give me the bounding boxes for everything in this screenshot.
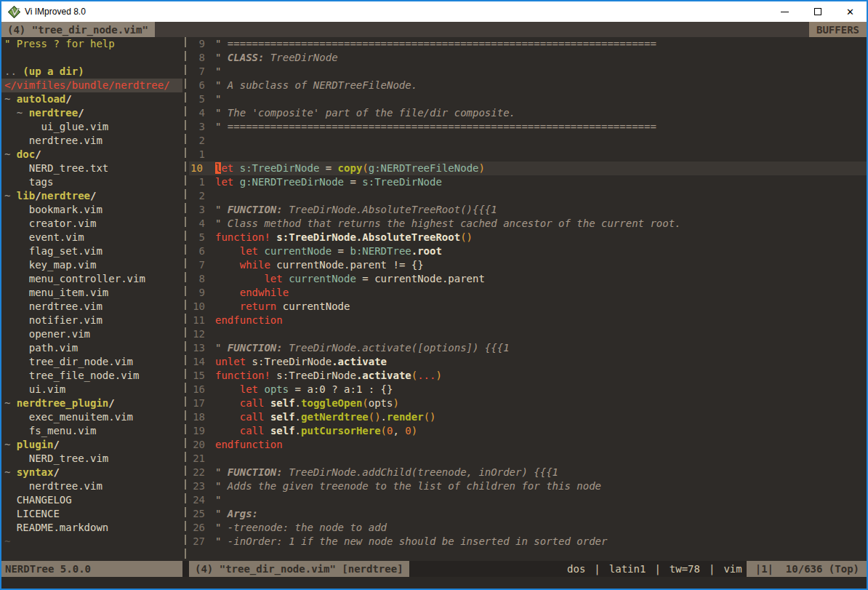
code-line[interactable]: 6 let currentNode = b:NERDTree.root	[189, 244, 867, 258]
maximize-button[interactable]	[801, 1, 834, 22]
code-line[interactable]: 1	[189, 148, 867, 162]
tree-row[interactable]: exec_menuitem.vim	[1, 410, 182, 424]
code-line[interactable]: 27" -inOrder: 1 if the new node should b…	[189, 535, 867, 549]
command-line[interactable]	[1, 577, 867, 589]
code-line[interactable]: 16 let opts = a:0 ? a:1 : {}	[189, 383, 867, 396]
token-comb: FUNCTION:	[228, 204, 283, 215]
tree-row[interactable]: ~ nerdtree_plugin/	[1, 396, 182, 410]
editor-panel[interactable]: 9" =====================================…	[189, 37, 867, 561]
tree-row[interactable]: ~ autoload/	[1, 92, 182, 106]
code-line[interactable]: 7"	[189, 65, 867, 79]
tree-row[interactable]: notifier.vim	[1, 314, 182, 327]
tabline: (4) "tree_dir_node.vim" BUFFERS	[1, 22, 867, 37]
tree-row[interactable]: tags	[1, 175, 182, 189]
tree-row[interactable]: ~ syntax/	[1, 466, 182, 479]
window-separator[interactable]	[182, 37, 189, 561]
code-line[interactable]: 23" Adds the given treenode to the list …	[189, 479, 867, 493]
tree-row[interactable]: nerdtree.vim	[1, 300, 182, 314]
code-line[interactable]: 15function! s:TreeDirNode.activate(...)	[189, 369, 867, 383]
code-line[interactable]: 20endfunction	[189, 438, 867, 452]
tree-row[interactable]: ui.vim	[1, 383, 182, 396]
tree-row[interactable]: ~ lib/nerdtree/	[1, 189, 182, 203]
code-line[interactable]: 4" The 'composite' part of the file/dir …	[189, 106, 867, 120]
code-line[interactable]: 8" CLASS: TreeDirNode	[189, 51, 867, 65]
tree-row[interactable]: flag_set.vim	[1, 244, 182, 258]
code-line[interactable]: 25" Args:	[189, 507, 867, 521]
code-line[interactable]: 24"	[189, 493, 867, 507]
code-line[interactable]: 26" -treenode: the node to add	[189, 521, 867, 535]
code-line[interactable]: 1let g:NERDTreeDirNode = s:TreeDirNode	[189, 175, 867, 189]
tree-row[interactable]: path.vim	[1, 341, 182, 355]
code-line[interactable]: 19 call self.putCursorHere(0, 0)	[189, 424, 867, 438]
token-par: )	[393, 397, 398, 409]
code-line[interactable]: 8 let currentNode = currentNode.parent	[189, 272, 867, 286]
tree-row[interactable]: ~ doc/	[1, 148, 182, 162]
tree-row[interactable]: NERD_tree.vim	[1, 452, 182, 466]
token-com: TreeDirNode	[264, 52, 337, 63]
tree-row[interactable]: NERD_tree.txt	[1, 162, 182, 175]
code-line[interactable]: 9" =====================================…	[189, 37, 867, 51]
active-tab[interactable]: (4) "tree_dir_node.vim"	[1, 22, 155, 37]
code-line[interactable]: 12	[189, 327, 867, 341]
token-n	[215, 273, 264, 284]
code-line[interactable]: 7 while currentNode.parent != {}	[189, 258, 867, 272]
code-line[interactable]: 10 return currentNode	[189, 300, 867, 314]
tree-row[interactable]: </vimfiles/bundle/nerdtree/	[1, 79, 182, 92]
line-number: 10	[189, 300, 215, 314]
tree-row[interactable]: event.vim	[1, 231, 182, 244]
token-com: " Adds the given treenode to the list of…	[215, 480, 601, 492]
code-line[interactable]: 22" FUNCTION: TreeDirNode.addChild(treen…	[189, 466, 867, 479]
tree-row[interactable]: ~ nerdtree/	[1, 106, 182, 120]
tree-row[interactable]: " Press ? for help	[1, 37, 182, 51]
token-slash: /	[108, 397, 114, 409]
tree-row[interactable]: creator.vim	[1, 217, 182, 231]
code-line[interactable]: 5function! s:TreeDirNode.AbsoluteTreeRoo…	[189, 231, 867, 244]
code-line[interactable]: 21	[189, 452, 867, 466]
tree-row[interactable]: menu_item.vim	[1, 286, 182, 300]
code-line[interactable]: 6" A subclass of NERDTreeFileNode.	[189, 79, 867, 92]
tree-row[interactable]: nerdtree.vim	[1, 134, 182, 148]
line-number: 6	[189, 79, 215, 92]
line-number: 26	[189, 521, 215, 535]
code-line[interactable]: 2	[189, 189, 867, 203]
code-line[interactable]: 3" =====================================…	[189, 120, 867, 134]
tree-row[interactable]: tree_file_node.vim	[1, 369, 182, 383]
tree-row[interactable]	[1, 51, 182, 65]
token-n: =	[344, 176, 362, 188]
code-line-current[interactable]: 10let s:TreeDirNode = copy(g:NERDTreeFil…	[189, 162, 867, 175]
code-line[interactable]: 17 call self.toggleOpen(opts)	[189, 396, 867, 410]
tree-row[interactable]: README.markdown	[1, 521, 182, 535]
tree-row[interactable]: menu_controller.vim	[1, 272, 182, 286]
code-line[interactable]: 4" Class method that returns the highest…	[189, 217, 867, 231]
code-line[interactable]: 9 endwhile	[189, 286, 867, 300]
tree-row[interactable]: nerdtree.vim	[1, 479, 182, 493]
token-dim: ..	[4, 65, 23, 77]
tree-row[interactable]: LICENCE	[1, 507, 182, 521]
minimize-button[interactable]	[768, 1, 801, 22]
maximize-icon	[814, 8, 821, 15]
code-text: let currentNode = b:NERDTree.root	[215, 244, 442, 258]
code-line[interactable]: 2	[189, 134, 867, 148]
tree-row[interactable]: ~ plugin/	[1, 438, 182, 452]
tree-row[interactable]: bookmark.vim	[1, 203, 182, 217]
code-text	[215, 134, 221, 148]
tree-row[interactable]: CHANGELOG	[1, 493, 182, 507]
code-line[interactable]: 18 call self.getNerdtree().render()	[189, 410, 867, 424]
code-line[interactable]: 11endfunction	[189, 314, 867, 327]
tree-row[interactable]: .. (up a dir)	[1, 65, 182, 79]
token-n: currentNode	[276, 300, 350, 312]
tree-row[interactable]: fs_menu.vim	[1, 424, 182, 438]
tree-row[interactable]: opener.vim	[1, 327, 182, 341]
close-button[interactable]: ✕	[834, 1, 867, 22]
code-line[interactable]: 14unlet s:TreeDirNode.activate	[189, 355, 867, 369]
tree-row[interactable]: key_map.vim	[1, 258, 182, 272]
tree-row[interactable]: ~	[1, 535, 182, 549]
tree-row[interactable]: ui_glue.vim	[1, 120, 182, 134]
cursor-position-chip: |1| 10/636 (Top)	[747, 561, 867, 577]
code-line[interactable]: 3" FUNCTION: TreeDirNode.AbsoluteTreeRoo…	[189, 203, 867, 217]
code-line[interactable]: 5"	[189, 92, 867, 106]
tree-row[interactable]: tree_dir_node.vim	[1, 355, 182, 369]
token-n: .	[295, 411, 301, 423]
code-line[interactable]: 13" FUNCTION: TreeDirNode.activate([opti…	[189, 341, 867, 355]
token-path: </vimfiles/bundle/nerdtree/	[4, 79, 170, 91]
